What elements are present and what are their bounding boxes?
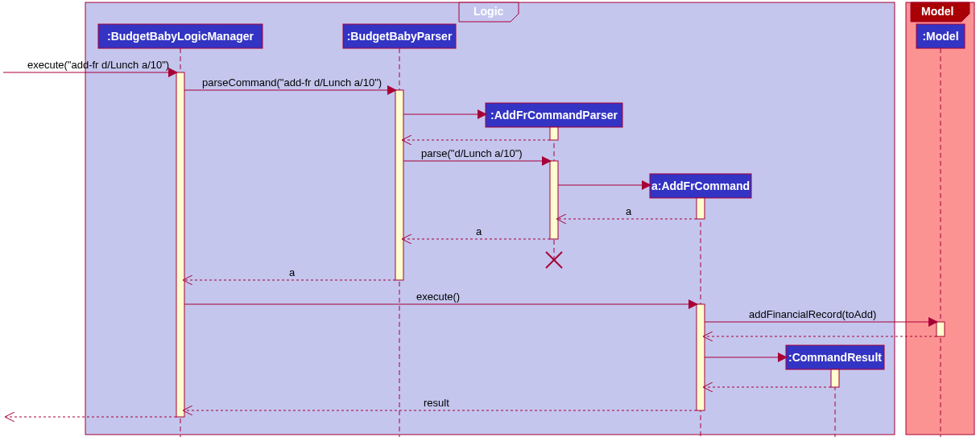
- msg-parse-command: parseCommand("add-fr d/Lunch a/10"): [184, 76, 395, 90]
- frame-logic: Logic: [85, 2, 895, 435]
- participant-addfr-command-label: a:AddFrCommand: [651, 179, 750, 192]
- frame-logic-title: Logic: [473, 5, 504, 18]
- msg-execute-in-label: execute("add-fr d/Lunch a/10"): [27, 59, 169, 71]
- participant-addfr-parser-label: :AddFrCommandParser: [490, 109, 618, 122]
- msg-execute-command-label: execute(): [416, 291, 460, 303]
- participant-parser-label: :BudgetBabyParser: [347, 30, 453, 43]
- activation-addfr-command-create: [697, 198, 705, 219]
- participant-command-result-label: :CommandResult: [788, 351, 882, 364]
- activation-addfr-parser-parse: [550, 161, 558, 239]
- msg-return-result-label: result: [424, 397, 449, 409]
- frame-model-title: Model: [921, 5, 953, 18]
- msg-execute-in: execute("add-fr d/Lunch a/10"): [3, 59, 176, 72]
- msg-return-a-2-label: a: [476, 225, 482, 237]
- msg-return-a-3-label: a: [289, 266, 296, 278]
- msg-add-financial-record-label: addFinancialRecord(toAdd): [749, 308, 876, 320]
- activation-model: [937, 322, 945, 336]
- msg-parse-label: parse("d/Lunch a/10"): [421, 147, 523, 159]
- activation-addfr-parser-create: [550, 127, 558, 140]
- participant-logic-manager-label: :BudgetBabyLogicManager: [107, 30, 254, 43]
- msg-parse-command-label: parseCommand("add-fr d/Lunch a/10"): [202, 76, 382, 89]
- msg-return-a-1-label: a: [626, 205, 632, 217]
- activation-command-result: [831, 369, 839, 387]
- activation-logic-manager: [176, 72, 184, 417]
- participant-model-label: :Model: [922, 30, 958, 43]
- activation-parser: [395, 90, 403, 280]
- activation-addfr-command-execute: [697, 304, 705, 410]
- svg-rect-0: [85, 2, 895, 435]
